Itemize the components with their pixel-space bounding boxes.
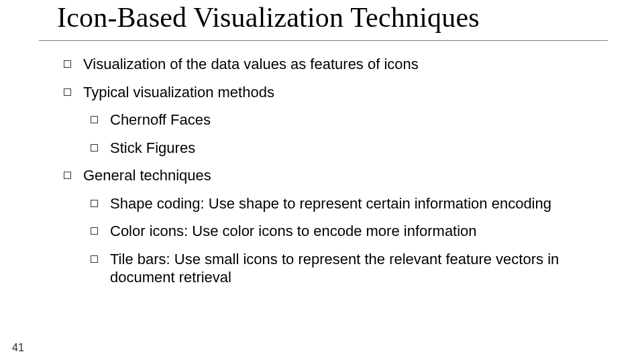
page-number: 41 — [12, 342, 24, 354]
square-bullet-icon — [91, 227, 98, 235]
bullet-text: Chernoff Faces — [110, 111, 607, 129]
bullet-text: Visualization of the data values as feat… — [83, 55, 607, 74]
bullet-text: Stick Figures — [110, 139, 607, 158]
square-bullet-icon — [64, 172, 71, 179]
bullet-text: Color icons: Use color icons to encode m… — [110, 222, 607, 241]
bullet-text: Tile bars: Use small icons to represent … — [110, 250, 607, 287]
bullet-text: Typical visualization methods — [83, 83, 607, 102]
bullet-item: General techniques — [64, 166, 607, 185]
sub-bullet-item: Chernoff Faces — [91, 111, 607, 129]
bullet-item: Typical visualization methods — [64, 83, 607, 102]
slide-title: Icon-Based Visualization Techniques — [57, 1, 480, 34]
sub-bullet-item: Color icons: Use color icons to encode m… — [91, 222, 607, 241]
square-bullet-icon — [91, 116, 98, 123]
slide-body: Visualization of the data values as feat… — [64, 55, 607, 296]
bullet-text: Shape coding: Use shape to represent cer… — [110, 194, 607, 213]
square-bullet-icon — [91, 144, 98, 152]
square-bullet-icon — [91, 200, 98, 207]
slide: Icon-Based Visualization Techniques Visu… — [0, 0, 644, 362]
sub-bullet-item: Stick Figures — [91, 139, 607, 158]
square-bullet-icon — [91, 255, 98, 263]
sub-bullet-item: Tile bars: Use small icons to represent … — [91, 250, 607, 287]
sub-bullet-item: Shape coding: Use shape to represent cer… — [91, 194, 607, 213]
square-bullet-icon — [64, 88, 71, 96]
bullet-text: General techniques — [83, 166, 607, 185]
title-underline — [39, 40, 608, 41]
bullet-item: Visualization of the data values as feat… — [64, 55, 607, 74]
square-bullet-icon — [64, 60, 71, 68]
